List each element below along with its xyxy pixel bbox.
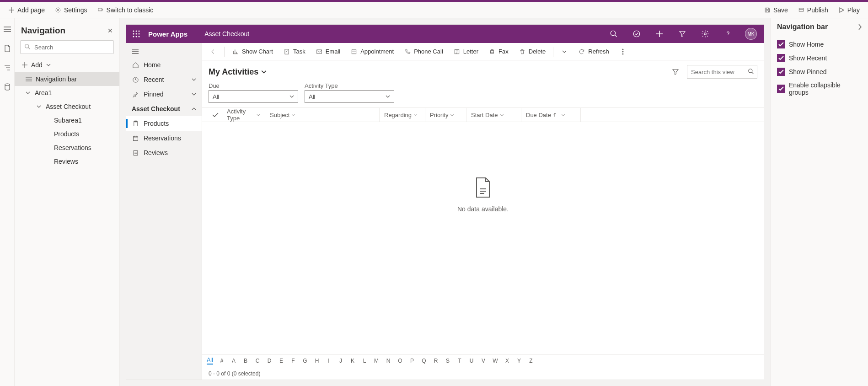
checkbox-show-home[interactable]: Show Home (777, 38, 862, 51)
phone-icon (404, 48, 411, 55)
tree-item-navigation-bar[interactable]: Navigation bar (15, 72, 119, 86)
task-button[interactable]: Task (279, 46, 310, 57)
data-icon[interactable] (3, 82, 12, 91)
header-gear-icon[interactable] (697, 26, 713, 42)
collapse-icon[interactable] (858, 24, 862, 30)
sitemap-pinned[interactable]: Pinned (126, 87, 202, 102)
close-icon[interactable]: ✕ (107, 27, 113, 34)
column-priority[interactable]: Priority (425, 108, 466, 122)
tree-label: Products (54, 130, 79, 138)
tree-item-asset-checkout[interactable]: Asset Checkout (15, 100, 119, 113)
sitemap-products[interactable]: Products (126, 116, 202, 131)
header-filter-icon[interactable] (674, 26, 691, 42)
alpha-letter[interactable]: C (254, 358, 261, 364)
tree-item-area1[interactable]: Area1 (15, 86, 119, 100)
alpha-letter[interactable]: F (290, 358, 296, 364)
alpha-letter[interactable]: R (433, 358, 439, 364)
alpha-letter[interactable]: S (445, 358, 451, 364)
settings-button[interactable]: Settings (51, 5, 91, 16)
sitemap-hamburger[interactable] (126, 46, 202, 58)
column-activity-type[interactable]: Activity Type (222, 108, 265, 122)
alpha-letter[interactable]: N (385, 358, 391, 364)
alpha-letter[interactable]: D (266, 358, 273, 364)
alpha-letter[interactable]: Y (516, 358, 522, 364)
alpha-letter[interactable]: Z (528, 358, 534, 364)
sitemap-home[interactable]: Home (126, 58, 202, 72)
alpha-hash[interactable]: # (219, 358, 225, 364)
appointment-button[interactable]: Appointment (346, 46, 398, 57)
alpha-letter[interactable]: K (349, 358, 356, 364)
avatar[interactable]: MK (743, 26, 759, 42)
alpha-letter[interactable]: X (504, 358, 510, 364)
nav-search-input[interactable] (20, 40, 114, 54)
checkbox-show-pinned[interactable]: Show Pinned (777, 65, 862, 79)
add-button[interactable]: Add (15, 59, 119, 71)
email-button[interactable]: Email (311, 46, 345, 57)
alpha-letter[interactable]: B (242, 358, 249, 364)
tree-item-reviews[interactable]: Reviews (15, 155, 119, 168)
alpha-letter[interactable]: W (492, 358, 498, 364)
checkbox-show-recent[interactable]: Show Recent (777, 51, 862, 65)
alpha-letter[interactable]: O (397, 358, 403, 364)
search-icon[interactable] (748, 68, 754, 75)
hamburger-icon[interactable] (3, 25, 12, 34)
alpha-letter[interactable]: V (480, 358, 487, 364)
alpha-letter[interactable]: U (468, 358, 475, 364)
save-button[interactable]: Save (761, 5, 792, 16)
alpha-letter[interactable]: G (302, 358, 308, 364)
alpha-all[interactable]: All (207, 357, 213, 365)
header-target-icon[interactable] (628, 26, 645, 42)
filter-funnel-button[interactable] (669, 65, 682, 79)
due-dropdown[interactable]: All (209, 90, 298, 103)
column-regarding[interactable]: Regarding (380, 108, 425, 122)
alpha-letter[interactable]: L (361, 358, 368, 364)
alpha-letter[interactable]: I (326, 358, 332, 364)
view-search-input[interactable] (687, 65, 757, 79)
show-chart-button[interactable]: Show Chart (227, 46, 278, 57)
alpha-letter[interactable]: H (314, 358, 320, 364)
pages-icon[interactable] (3, 44, 12, 53)
fax-button[interactable]: Fax (484, 46, 513, 57)
alpha-letter[interactable]: A (230, 358, 237, 364)
add-page-button[interactable]: Add page (5, 5, 48, 16)
alpha-letter[interactable]: Q (421, 358, 427, 364)
alpha-letter[interactable]: P (409, 358, 415, 364)
column-start-date[interactable]: Start Date (466, 108, 521, 122)
checkbox-collapsible[interactable]: Enable collapsible groups (777, 79, 862, 99)
column-subject[interactable]: Subject (265, 108, 380, 122)
select-all-column[interactable] (209, 108, 222, 122)
refresh-button[interactable]: Refresh (573, 46, 614, 57)
delete-button[interactable]: Delete (514, 46, 551, 57)
header-help-icon[interactable] (720, 26, 736, 42)
letter-button[interactable]: Letter (449, 46, 483, 57)
sitemap-reservations[interactable]: Reservations (126, 131, 202, 145)
view-title[interactable]: My Activities (209, 67, 267, 77)
header-search-icon[interactable] (605, 26, 622, 42)
tree-item-reservations[interactable]: Reservations (15, 141, 119, 155)
sitemap-reviews[interactable]: Reviews (126, 145, 202, 160)
alpha-letter[interactable]: E (278, 358, 284, 364)
phonecall-button[interactable]: Phone Call (399, 46, 448, 57)
publish-button[interactable]: Publish (794, 5, 832, 16)
delete-dropdown[interactable] (556, 46, 573, 57)
sitemap-group-asset-checkout[interactable]: Asset Checkout (126, 102, 202, 116)
tree-icon[interactable] (3, 63, 12, 72)
tree-item-products[interactable]: Products (15, 127, 119, 141)
switch-classic-button[interactable]: Switch to classic (94, 5, 157, 16)
alpha-letter[interactable]: J (338, 358, 344, 364)
alpha-letter[interactable]: M (373, 358, 380, 364)
header-add-icon[interactable] (651, 26, 668, 42)
tree-item-subarea1[interactable]: Subarea1 (15, 113, 119, 127)
column-due-date[interactable]: Due Date (521, 108, 581, 122)
sitemap-recent[interactable]: Recent (126, 72, 202, 87)
waffle-icon[interactable] (131, 28, 142, 39)
label: Products (144, 120, 169, 127)
more-commands-button[interactable] (615, 46, 631, 57)
svg-point-5 (133, 31, 134, 32)
activity-type-dropdown[interactable]: All (305, 90, 394, 103)
play-button[interactable]: Play (835, 5, 863, 16)
label: Email (326, 48, 341, 55)
alpha-letter[interactable]: T (456, 358, 463, 364)
back-button[interactable] (205, 46, 221, 57)
check-icon (777, 40, 785, 48)
